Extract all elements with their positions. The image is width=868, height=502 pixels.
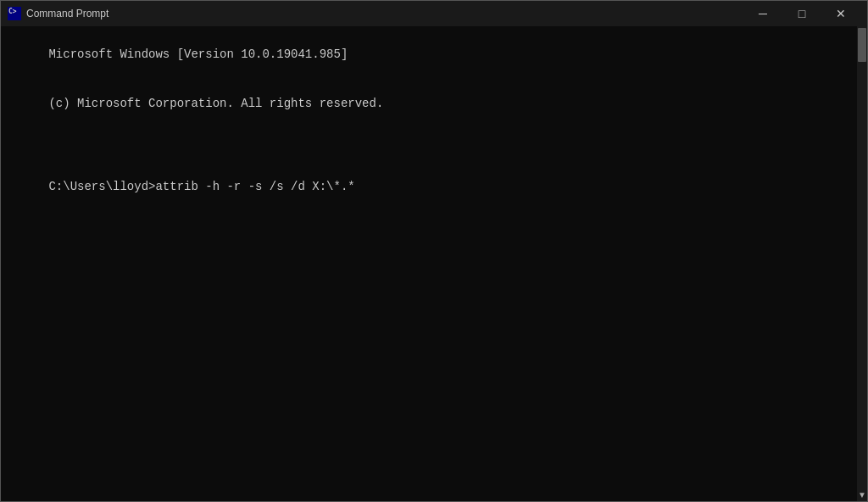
console-output[interactable]: Microsoft Windows [Version 10.0.19041.98… [1,26,857,501]
console-line-2: (c) Microsoft Corporation. All rights re… [48,97,383,110]
cmd-icon [8,7,21,20]
console-line-4: C:\Users\lloyd>attrib -h -r -s /s /d X:\… [48,180,354,193]
console-line-1: Microsoft Windows [Version 10.0.19041.98… [48,47,348,61]
minimize-button[interactable]: ─ [743,1,782,26]
scrollbar[interactable]: ▼ [857,26,867,501]
maximize-button[interactable]: □ [782,1,821,26]
close-button[interactable]: ✕ [821,1,860,26]
cmd-window: Command Prompt ─ □ ✕ Microsoft Windows [… [0,0,868,502]
title-bar: Command Prompt ─ □ ✕ [1,1,867,26]
console-area: Microsoft Windows [Version 10.0.19041.98… [1,26,867,501]
window-title: Command Prompt [26,8,743,20]
scrollbar-thumb[interactable] [858,28,866,62]
scrollbar-down-arrow[interactable]: ▼ [858,490,866,501]
window-controls: ─ □ ✕ [743,1,860,26]
